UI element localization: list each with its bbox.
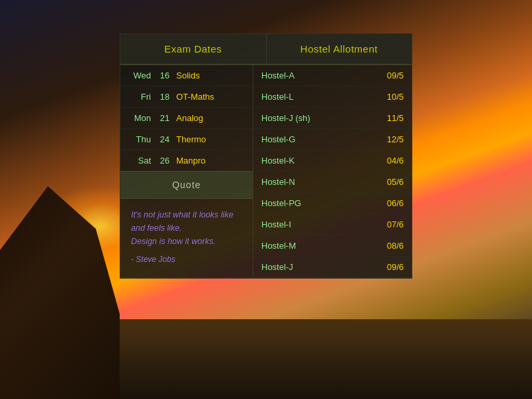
hostel-name: Hostel-J (sh) (261, 113, 380, 123)
quote-button[interactable]: Quote (120, 171, 253, 199)
hostel-name: Hostel-N (261, 177, 380, 187)
exam-day: Sat (130, 156, 151, 166)
exam-day: Wed (130, 70, 151, 80)
quote-author: - Steve Jobs (120, 252, 253, 273)
exam-date: 26 (156, 156, 170, 166)
hostel-date: 07/6 (380, 219, 404, 229)
right-panel: Hostel-A 09/5 Hostel-L 10/5 Hostel-J (sh… (253, 65, 412, 277)
hostel-date: 09/5 (380, 70, 404, 80)
exam-row: Sat 26 Manpro (120, 150, 253, 171)
hostel-name: Hostel-M (261, 241, 380, 251)
hostel-date: 05/6 (380, 177, 404, 187)
hostel-allotment-header: Hostel Allotment (266, 34, 412, 64)
hostel-row: Hostel-I 07/6 (253, 214, 412, 235)
quote-section: Quote It's not just what it looks likean… (120, 171, 253, 273)
hostel-row: Hostel-A 09/5 (253, 65, 412, 86)
exam-date: 24 (156, 134, 170, 144)
header-row: Exam Dates Hostel Allotment (120, 34, 412, 65)
hostel-name: Hostel-PG (261, 198, 380, 208)
hostel-row: Hostel-L 10/5 (253, 86, 412, 108)
hostel-date: 06/6 (380, 198, 404, 208)
exam-subject: Thermo (176, 134, 206, 144)
hostel-date: 08/6 (380, 241, 404, 251)
exam-day: Thu (130, 134, 151, 144)
exam-subject: OT-Maths (176, 92, 214, 102)
exam-dates-header: Exam Dates (120, 34, 266, 64)
exam-date: 16 (156, 70, 170, 80)
exam-subject: Solids (176, 70, 200, 80)
exam-day: Fri (130, 92, 151, 102)
quote-text: It's not just what it looks likeand feel… (120, 199, 253, 252)
hostel-name: Hostel-K (261, 156, 380, 166)
hostel-name: Hostel-L (261, 92, 380, 102)
hostel-row: Hostel-J 09/6 (253, 257, 412, 277)
exam-row: Mon 21 Analog (120, 108, 253, 129)
exam-row: Thu 24 Thermo (120, 129, 253, 150)
main-panel: Exam Dates Hostel Allotment Wed 16 Solid… (120, 33, 412, 279)
exam-subject: Manpro (176, 156, 205, 166)
hostel-date: 12/5 (380, 134, 404, 144)
hostel-date: 11/5 (380, 113, 404, 123)
hostel-list: Hostel-A 09/5 Hostel-L 10/5 Hostel-J (sh… (253, 65, 412, 277)
hostel-row: Hostel-G 12/5 (253, 129, 412, 150)
exam-list: Wed 16 Solids Fri 18 OT-Maths Mon 21 Ana… (120, 65, 253, 171)
hostel-row: Hostel-M 08/6 (253, 235, 412, 257)
exam-row: Fri 18 OT-Maths (120, 86, 253, 108)
exam-subject: Analog (176, 113, 203, 123)
hostel-date: 04/6 (380, 156, 404, 166)
hostel-row: Hostel-J (sh) 11/5 (253, 108, 412, 129)
hostel-name: Hostel-J (261, 262, 380, 272)
hostel-row: Hostel-K 04/6 (253, 150, 412, 172)
exam-row: Wed 16 Solids (120, 65, 253, 86)
exam-date: 21 (156, 113, 170, 123)
hostel-date: 09/6 (380, 262, 404, 272)
content-area: Wed 16 Solids Fri 18 OT-Maths Mon 21 Ana… (120, 65, 412, 278)
hostel-name: Hostel-G (261, 134, 380, 144)
hostel-name: Hostel-I (261, 219, 380, 229)
hostel-date: 10/5 (380, 92, 404, 102)
hostel-name: Hostel-A (261, 70, 380, 80)
hostel-row: Hostel-N 05/6 (253, 172, 412, 193)
left-panel: Wed 16 Solids Fri 18 OT-Maths Mon 21 Ana… (120, 65, 253, 277)
exam-day: Mon (130, 113, 151, 123)
exam-date: 18 (156, 92, 170, 102)
hostel-row: Hostel-PG 06/6 (253, 193, 412, 214)
